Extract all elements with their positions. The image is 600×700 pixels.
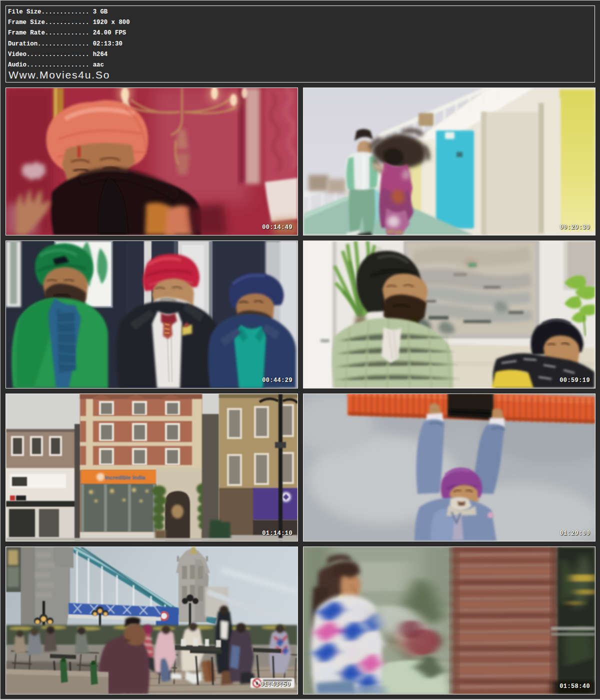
svg-text:Incredible India: Incredible India — [105, 474, 146, 480]
